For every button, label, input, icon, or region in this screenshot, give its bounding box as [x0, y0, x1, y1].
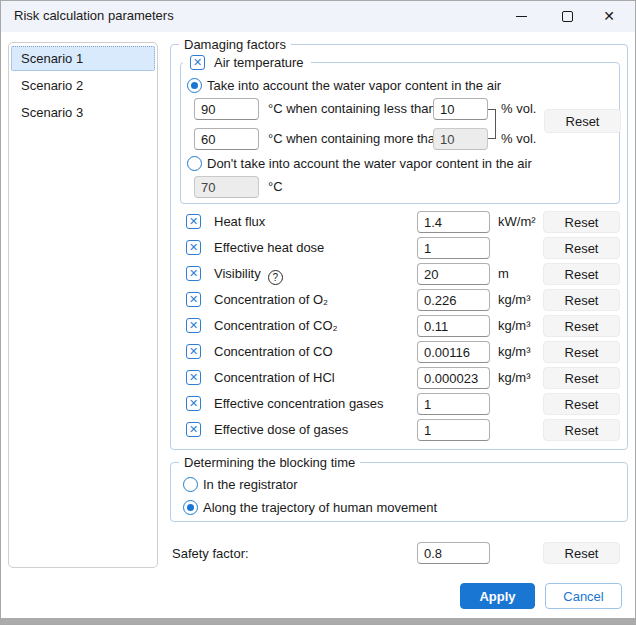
list-item-label: Scenario 1 [21, 51, 83, 66]
concentration-co2-label: Concentration of CO₂ [214, 318, 338, 334]
list-item-label: Scenario 2 [21, 78, 83, 93]
concentration-hcl-label: Concentration of HCl [214, 370, 335, 386]
maximize-button[interactable] [544, 0, 590, 32]
concentration-co2-unit: kg/m³ [498, 318, 531, 334]
vapor-content-less-input[interactable] [433, 98, 488, 120]
concentration-hcl-unit: kg/m³ [498, 370, 531, 386]
temp-more-input[interactable] [194, 128, 259, 150]
concentration-co2-checkbox[interactable] [186, 318, 201, 333]
param-row-visibility: Visibility? m Reset [170, 263, 628, 289]
without-vapor-radio[interactable] [187, 156, 202, 171]
concentration-co-unit: kg/m³ [498, 344, 531, 360]
effective-dose-of-gases-checkbox[interactable] [186, 422, 201, 437]
visibility-reset-button[interactable]: Reset [543, 263, 620, 285]
concentration-co-input[interactable] [417, 341, 490, 363]
temp-less-label: °C when containing less than [268, 101, 436, 117]
air-temperature-checkbox[interactable] [190, 55, 205, 70]
apply-button[interactable]: Apply [460, 583, 535, 609]
effective-dose-of-gases-label: Effective dose of gases [214, 422, 348, 438]
with-vapor-radio[interactable] [187, 78, 202, 93]
trajectory-label: Along the trajectory of human movement [203, 500, 437, 516]
effective-heat-dose-reset-button[interactable]: Reset [543, 237, 620, 259]
concentration-o2-label: Concentration of O₂ [214, 292, 328, 308]
visibility-unit: m [498, 266, 509, 282]
heat-flux-label: Heat flux [214, 214, 265, 230]
maximize-icon [562, 11, 573, 22]
effective-dose-of-gases-input[interactable] [417, 419, 490, 441]
vapor-less-unit: % vol. [501, 101, 536, 117]
heat-flux-unit: kW/m² [498, 214, 536, 230]
effective-dose-of-gases-reset-button[interactable]: Reset [543, 419, 620, 441]
temp-less-input[interactable] [194, 98, 259, 120]
list-item-scenario-1[interactable]: Scenario 1 [11, 46, 155, 71]
titlebar: Risk calculation parameters ✕ [0, 0, 636, 32]
list-item-scenario-3[interactable]: Scenario 3 [11, 100, 155, 125]
effective-concentration-gases-label: Effective concentration gases [214, 396, 384, 412]
safety-factor-label: Safety factor: [172, 546, 249, 562]
linked-values-bracket [488, 109, 496, 139]
temp-more-label: °C when containing more than [268, 131, 442, 147]
visibility-input[interactable] [417, 263, 490, 285]
without-vapor-label: Don't take into account the water vapor … [207, 156, 532, 172]
minimize-button[interactable] [498, 0, 544, 32]
param-row-heat-flux: Heat flux kW/m² Reset [170, 211, 628, 237]
window-title: Risk calculation parameters [14, 0, 174, 32]
damaging-factors-title: Damaging factors [179, 36, 291, 53]
close-icon: ✕ [603, 9, 615, 23]
in-registrator-label: In the registrator [203, 477, 298, 493]
help-icon[interactable]: ? [268, 270, 283, 285]
air-temperature-label: Air temperature [214, 55, 304, 70]
vapor-more-unit: % vol. [501, 131, 536, 147]
concentration-co2-input[interactable] [417, 315, 490, 337]
in-registrator-radio[interactable] [183, 477, 198, 492]
param-row-concentration-co: Concentration of CO kg/m³ Reset [170, 341, 628, 367]
concentration-co-checkbox[interactable] [186, 344, 201, 359]
blocking-time-group: Determining the blocking time In the reg… [170, 462, 628, 522]
effective-concentration-gases-input[interactable] [417, 393, 490, 415]
concentration-co-reset-button[interactable]: Reset [543, 341, 620, 363]
heat-flux-reset-button[interactable]: Reset [543, 211, 620, 233]
scenario-list: Scenario 1 Scenario 2 Scenario 3 [8, 42, 158, 568]
heat-flux-checkbox[interactable] [186, 214, 201, 229]
effective-heat-dose-label: Effective heat dose [214, 240, 324, 256]
concentration-o2-checkbox[interactable] [186, 292, 201, 307]
visibility-label: Visibility? [214, 266, 283, 285]
list-item-scenario-2[interactable]: Scenario 2 [11, 73, 155, 98]
heat-flux-input[interactable] [417, 211, 490, 233]
concentration-hcl-reset-button[interactable]: Reset [543, 367, 620, 389]
fixed-temp-input [194, 176, 259, 198]
param-row-effective-concentration-gases: Effective concentration gases Reset [170, 393, 628, 419]
param-row-concentration-co2: Concentration of CO₂ kg/m³ Reset [170, 315, 628, 341]
concentration-o2-input[interactable] [417, 289, 490, 311]
concentration-o2-reset-button[interactable]: Reset [543, 289, 620, 311]
visibility-checkbox[interactable] [186, 266, 201, 281]
trajectory-radio[interactable] [183, 500, 198, 515]
window-bottom-edge [0, 618, 636, 625]
concentration-hcl-input[interactable] [417, 367, 490, 389]
param-row-effective-dose-of-gases: Effective dose of gases Reset [170, 419, 628, 445]
concentration-co-label: Concentration of CO [214, 344, 333, 360]
fixed-temp-unit: °C [268, 179, 283, 195]
concentration-o2-unit: kg/m³ [498, 292, 531, 308]
air-temperature-header: Air temperature [183, 53, 311, 72]
concentration-co2-reset-button[interactable]: Reset [543, 315, 620, 337]
effective-heat-dose-input[interactable] [417, 237, 490, 259]
cancel-button[interactable]: Cancel [545, 583, 622, 609]
param-row-concentration-hcl: Concentration of HCl kg/m³ Reset [170, 367, 628, 393]
vapor-content-more-input [433, 128, 488, 150]
param-row-concentration-o2: Concentration of O₂ kg/m³ Reset [170, 289, 628, 315]
safety-factor-reset-button[interactable]: Reset [543, 542, 620, 564]
effective-concentration-gases-checkbox[interactable] [186, 396, 201, 411]
blocking-time-title: Determining the blocking time [179, 454, 360, 471]
close-button[interactable]: ✕ [586, 0, 632, 32]
effective-heat-dose-checkbox[interactable] [186, 240, 201, 255]
param-row-effective-heat-dose: Effective heat dose Reset [170, 237, 628, 263]
list-item-label: Scenario 3 [21, 105, 83, 120]
concentration-hcl-checkbox[interactable] [186, 370, 201, 385]
with-vapor-label: Take into account the water vapor conten… [207, 78, 501, 94]
effective-concentration-gases-reset-button[interactable]: Reset [543, 393, 620, 415]
safety-factor-input[interactable] [417, 542, 490, 564]
minimize-icon [516, 16, 527, 17]
air-temperature-group: Air temperature Take into account the wa… [180, 62, 620, 204]
air-temperature-reset-button[interactable]: Reset [544, 109, 621, 133]
